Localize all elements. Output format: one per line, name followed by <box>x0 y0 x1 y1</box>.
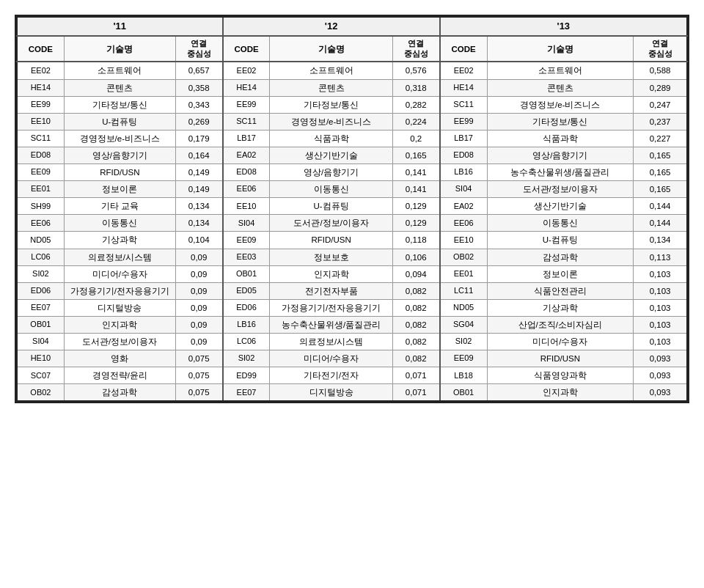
y12-val: 0,129 <box>392 215 439 232</box>
y13-code: EA02 <box>440 198 487 215</box>
y13-code: LB17 <box>440 130 487 147</box>
y13-val: 0,144 <box>634 198 687 215</box>
y11-tech: 경영전략/윤리 <box>64 367 175 384</box>
y13-code: EE99 <box>440 113 487 130</box>
y12-tech: 경영정보/e-비즈니스 <box>270 113 392 130</box>
y11-code: ED06 <box>17 282 64 299</box>
table-row: SC11 경영정보/e-비즈니스 0,179 LB17 식품과학 0,2 LB1… <box>17 130 687 147</box>
y13-val: 0,093 <box>634 350 687 367</box>
col-11-tech: 기술명 <box>64 36 175 62</box>
col-12-code: CODE <box>223 36 270 62</box>
y12-val: 0,282 <box>392 96 439 113</box>
y11-code: EE99 <box>17 96 64 113</box>
y12-tech: 식품과학 <box>270 130 392 147</box>
y11-tech: 의료정보/시스템 <box>64 249 175 265</box>
y12-code: HE14 <box>223 79 270 96</box>
y11-tech: 이동통신 <box>64 215 175 232</box>
y13-code: EE01 <box>440 265 487 282</box>
col-11-conn: 연결중심성 <box>175 36 222 62</box>
y11-val: 0,164 <box>175 147 222 163</box>
y13-val: 0,289 <box>634 79 687 96</box>
y13-tech: 영상/음향기기 <box>487 147 634 163</box>
y11-code: SC07 <box>17 367 64 384</box>
y12-val: 0,082 <box>392 299 439 316</box>
y11-code: HE14 <box>17 79 64 96</box>
y13-val: 0,144 <box>634 215 687 232</box>
col-header-row: CODE 기술명 연결중심성 CODE 기술명 연결중심성 CODE 기술명 연… <box>17 36 687 62</box>
y13-val: 0,165 <box>634 181 687 198</box>
y11-code: EE07 <box>17 299 64 316</box>
y11-val: 0,09 <box>175 316 222 333</box>
y12-tech: 정보보호 <box>270 249 392 265</box>
y11-val: 0,358 <box>175 79 222 96</box>
y12-val: 0,118 <box>392 232 439 249</box>
y13-tech: 소프트웨어 <box>487 62 634 79</box>
table-row: EE99 기타정보/통신 0,343 EE99 기타정보/통신 0,282 SC… <box>17 96 687 113</box>
y12-tech: 의료정보/시스템 <box>270 333 392 350</box>
y11-code: HE10 <box>17 350 64 367</box>
y11-tech: 영상/음향기기 <box>64 147 175 163</box>
y12-code: OB01 <box>223 265 270 282</box>
y13-val: 0,103 <box>634 316 687 333</box>
y11-tech: RFID/USN <box>64 164 175 181</box>
col-12-conn: 연결중심성 <box>392 36 439 62</box>
y12-tech: 이동통신 <box>270 181 392 198</box>
table-row: SC07 경영전략/윤리 0,075 ED99 기타전기/전자 0,071 LB… <box>17 367 687 384</box>
y13-code: ND05 <box>440 299 487 316</box>
y11-val: 0,09 <box>175 333 222 350</box>
table-row: EE09 RFID/USN 0,149 ED08 영상/음향기기 0,141 L… <box>17 164 687 181</box>
y11-val: 0,149 <box>175 181 222 198</box>
y13-code: EE09 <box>440 350 487 367</box>
y13-code: SI04 <box>440 181 487 198</box>
y11-tech: 영화 <box>64 350 175 367</box>
y13-val: 0,134 <box>634 232 687 249</box>
y11-code: OB01 <box>17 316 64 333</box>
y13-code: SG04 <box>440 316 487 333</box>
year-12-header: '12 <box>223 17 440 36</box>
y11-tech: 콘텐츠 <box>64 79 175 96</box>
y11-val: 0,09 <box>175 249 222 265</box>
y13-code: SC11 <box>440 96 487 113</box>
table-row: SH99 기타 교육 0,134 EE10 U-컴퓨팅 0,129 EA02 생… <box>17 198 687 215</box>
y12-val: 0,224 <box>392 113 439 130</box>
y12-val: 0,576 <box>392 62 439 79</box>
y13-val: 0,165 <box>634 147 687 163</box>
y12-tech: 소프트웨어 <box>270 62 392 79</box>
y12-val: 0,141 <box>392 164 439 181</box>
y13-code: LB18 <box>440 367 487 384</box>
y13-val: 0,103 <box>634 333 687 350</box>
y13-code: OB02 <box>440 249 487 265</box>
table-row: SI02 미디어/수용자 0,09 OB01 인지과학 0,094 EE01 정… <box>17 265 687 282</box>
y13-tech: 경영정보/e-비즈니스 <box>487 96 634 113</box>
y12-code: EE07 <box>223 384 270 402</box>
table-row: EE07 디지털방송 0,09 ED06 가정용기기/전자응용기기 0,082 … <box>17 299 687 316</box>
y13-code: SI02 <box>440 333 487 350</box>
y12-tech: 콘텐츠 <box>270 79 392 96</box>
table-row: EE02 소프트웨어 0,657 EE02 소프트웨어 0,576 EE02 소… <box>17 62 687 79</box>
y12-code: LC06 <box>223 333 270 350</box>
y12-val: 0,082 <box>392 333 439 350</box>
y12-code: EE10 <box>223 198 270 215</box>
y12-val: 0,106 <box>392 249 439 265</box>
y12-val: 0,141 <box>392 181 439 198</box>
y12-code: LB17 <box>223 130 270 147</box>
y11-tech: 기타정보/통신 <box>64 96 175 113</box>
y13-tech: 산업/조직/소비자심리 <box>487 316 634 333</box>
y13-tech: 생산기반기술 <box>487 198 634 215</box>
y13-tech: 콘텐츠 <box>487 79 634 96</box>
col-13-conn: 연결중심성 <box>634 36 687 62</box>
y11-tech: 경영정보/e-비즈니스 <box>64 130 175 147</box>
y12-code: ED08 <box>223 164 270 181</box>
y12-code: SC11 <box>223 113 270 130</box>
y13-tech: RFID/USN <box>487 350 634 367</box>
y11-tech: 디지털방송 <box>64 299 175 316</box>
y12-code: EE09 <box>223 232 270 249</box>
table-row: HE10 영화 0,075 SI02 미디어/수용자 0,082 EE09 RF… <box>17 350 687 367</box>
y12-val: 0,082 <box>392 282 439 299</box>
table-row: ED06 가정용기기/전자응용기기 0,09 ED05 전기전자부품 0,082… <box>17 282 687 299</box>
y13-val: 0,103 <box>634 265 687 282</box>
y13-tech: 도서관/정보/이용자 <box>487 181 634 198</box>
y11-code: EE09 <box>17 164 64 181</box>
year-header-row: '11 '12 '13 <box>17 17 687 36</box>
y11-val: 0,149 <box>175 164 222 181</box>
